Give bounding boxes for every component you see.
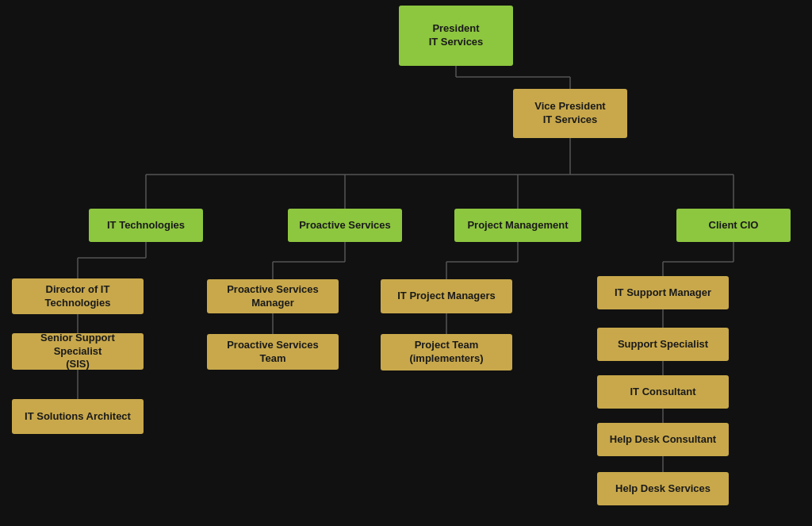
client-cio-label: Client CIO bbox=[709, 219, 759, 232]
helpdesk-services-label: Help Desk Services bbox=[615, 482, 710, 496]
proactive-team-node: Proactive ServicesTeam bbox=[207, 334, 339, 370]
solutions-architect-label: IT Solutions Architect bbox=[25, 410, 131, 424]
project-management-node: Project Management bbox=[454, 209, 581, 242]
support-specialist-label: Support Specialist bbox=[618, 338, 708, 351]
proactive-team-label: Proactive ServicesTeam bbox=[227, 339, 319, 366]
it-support-mgr-label: IT Support Manager bbox=[615, 286, 711, 300]
helpdesk-consultant-label: Help Desk Consultant bbox=[610, 433, 716, 447]
vp-label: Vice PresidentIT Services bbox=[534, 100, 605, 127]
president-node: PresidentIT Services bbox=[399, 6, 513, 66]
proactive-mgr-label: Proactive ServicesManager bbox=[227, 283, 319, 310]
support-specialist-node: Support Specialist bbox=[597, 328, 729, 361]
it-project-mgrs-label: IT Project Managers bbox=[397, 290, 496, 303]
it-consultant-label: IT Consultant bbox=[630, 386, 695, 399]
it-support-mgr-node: IT Support Manager bbox=[597, 276, 729, 309]
it-project-mgrs-node: IT Project Managers bbox=[381, 279, 512, 313]
helpdesk-consultant-node: Help Desk Consultant bbox=[597, 423, 729, 456]
solutions-architect-node: IT Solutions Architect bbox=[12, 399, 144, 434]
senior-support-label: Senior Support Specialist(SIS) bbox=[20, 332, 136, 372]
org-chart: PresidentIT Services Vice PresidentIT Se… bbox=[0, 0, 812, 526]
proactive-services-label: Proactive Services bbox=[299, 219, 391, 232]
director-it-label: Director of ITTechnologies bbox=[45, 283, 111, 310]
proactive-mgr-node: Proactive ServicesManager bbox=[207, 279, 339, 313]
director-it-node: Director of ITTechnologies bbox=[12, 278, 144, 314]
vp-node: Vice PresidentIT Services bbox=[513, 89, 627, 138]
it-consultant-node: IT Consultant bbox=[597, 375, 729, 409]
project-management-label: Project Management bbox=[467, 219, 568, 232]
senior-support-node: Senior Support Specialist(SIS) bbox=[12, 333, 144, 370]
president-label: PresidentIT Services bbox=[429, 22, 484, 49]
it-technologies-label: IT Technologies bbox=[107, 219, 185, 232]
project-team-node: Project Team(implementers) bbox=[381, 334, 512, 371]
proactive-services-node: Proactive Services bbox=[288, 209, 402, 242]
client-cio-node: Client CIO bbox=[676, 209, 791, 242]
project-team-label: Project Team(implementers) bbox=[409, 339, 483, 366]
helpdesk-services-node: Help Desk Services bbox=[597, 472, 729, 505]
it-technologies-node: IT Technologies bbox=[89, 209, 203, 242]
